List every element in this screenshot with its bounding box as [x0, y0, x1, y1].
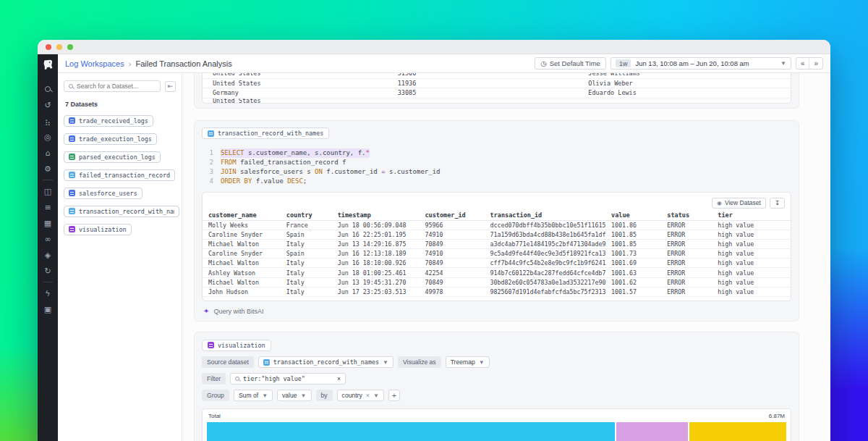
table-row[interactable]: United States51506Jesse Williams: [203, 73, 791, 79]
group-by-dropdown[interactable]: country × ▼: [337, 390, 384, 401]
table-row[interactable]: Michael WaltonItalyJun 13 14:29:16.87570…: [203, 240, 791, 249]
sql-text: ORDER BY f.value DESC;: [221, 177, 307, 186]
sql-line: 2FROM failed_transaction_record f: [202, 158, 791, 167]
security-icon[interactable]: ◈: [45, 251, 51, 259]
table-cell: Jun 13 14:29:16.875: [338, 240, 425, 248]
remove-group-by-icon[interactable]: ×: [366, 392, 370, 399]
dashboards-icon[interactable]: ▦: [44, 219, 51, 227]
metrics-icon[interactable]: ⣦: [45, 117, 51, 125]
synthetics-icon[interactable]: ↻: [44, 267, 51, 275]
column-header-status[interactable]: status: [667, 211, 718, 219]
table-row[interactable]: Ashley WatsonItalyJun 18 01:00:25.461422…: [203, 268, 791, 277]
filter-input[interactable]: [243, 375, 333, 382]
time-shift-forward-button[interactable]: »: [809, 58, 822, 69]
table-cell: 30bd82e60c054783a0e1ad3532217e90: [490, 279, 611, 286]
add-group-by-button[interactable]: +: [388, 390, 400, 401]
treemap-block-france[interactable]: France587.9k: [689, 422, 786, 441]
page-title: Failed Transaction Analysis: [135, 59, 231, 68]
measure-dropdown[interactable]: value ▼: [277, 390, 311, 401]
column-header-customer_name[interactable]: customer_name: [208, 211, 286, 219]
table-row[interactable]: United States: [203, 98, 791, 103]
dataset-chip-visualization[interactable]: visualization: [64, 224, 132, 235]
dataset-chip-parsed_execution_logs[interactable]: parsed_execution_logs: [64, 151, 161, 163]
dataset-name: visualization: [79, 226, 127, 233]
minimize-window-button[interactable]: [56, 44, 62, 50]
logs-icon[interactable]: ≡: [44, 203, 51, 211]
column-header-customer_id[interactable]: customer_id: [425, 211, 490, 219]
serverless-icon[interactable]: ϟ: [45, 290, 50, 298]
table-row[interactable]: Michael WaltonItalyJun 16 18:10:00.92670…: [203, 259, 791, 268]
nav-rail-divider: [43, 180, 53, 180]
table-row[interactable]: Caroline SnyderSpainJun 16 22:25:01.1957…: [203, 230, 791, 240]
table-row[interactable]: Molly WeeksFranceJun 18 00:56:09.0489596…: [203, 221, 791, 230]
dataset-chip-trade_received_logs[interactable]: trade_received_logs: [64, 115, 153, 127]
table-row[interactable]: Michael WaltonItalyJun 13 19:45:31.27070…: [203, 278, 791, 287]
time-shift-back-button[interactable]: «: [796, 58, 809, 69]
time-range-dropdown[interactable]: 1w Jun 13, 10:08 am – Jun 20, 10:08 am ▼: [610, 57, 791, 70]
settings-icon[interactable]: ▣: [44, 306, 51, 314]
collapse-panel-button[interactable]: ⇤: [165, 81, 176, 92]
breadcrumb-separator: ›: [129, 59, 132, 68]
monitors-icon[interactable]: ⚙: [44, 165, 51, 173]
dataset-search-input[interactable]: [77, 83, 156, 90]
maximize-window-button[interactable]: [67, 44, 73, 50]
set-default-time-button[interactable]: ◷ Set Default Time: [535, 57, 606, 70]
dataset-search-box[interactable]: [64, 80, 161, 92]
sql-token: s.customer_name, s.country, f.: [244, 149, 366, 156]
nav-rail-divider: [43, 282, 53, 282]
table-row[interactable]: John HudsonItalyJun 17 23:25:03.51349978…: [203, 287, 791, 297]
table-cell: ERROR: [667, 269, 718, 277]
sql-editor[interactable]: 1SELECT s.customer_name, s.country, f.*2…: [202, 146, 791, 189]
breadcrumb-workspaces-link[interactable]: Log Workspaces: [65, 59, 124, 68]
visualize-as-dropdown[interactable]: Treemap ▼: [446, 356, 490, 368]
filter-box[interactable]: ×: [230, 373, 346, 385]
clear-filter-icon[interactable]: ×: [337, 375, 341, 382]
dataset-chip-failed_transaction_record[interactable]: failed_transaction_record: [64, 169, 175, 181]
column-header-tier[interactable]: tier: [718, 211, 791, 219]
treemap-chart: Total 6.87M ItalySpainFrance587.9k: [202, 408, 791, 441]
query-cell-dataset-tag[interactable]: transaction_record_with_names: [202, 127, 329, 139]
table-cell: 1001.86: [611, 222, 667, 229]
sql-token: s.customer_id: [386, 168, 441, 175]
pipelines-icon[interactable]: ◫: [44, 188, 51, 196]
source-dataset-dropdown[interactable]: transaction_record_with_names ▼: [258, 356, 393, 368]
dataset-list-item: trade_received_logs: [64, 114, 176, 127]
table-cell: Olivia Weber: [588, 80, 791, 87]
table-row[interactable]: Germany33085Eduardo Lewis: [203, 88, 791, 98]
close-window-button[interactable]: [46, 44, 51, 50]
table-row[interactable]: United States11936Olivia Weber: [203, 79, 791, 89]
dataset-icon: [69, 208, 75, 214]
search-icon[interactable]: [45, 85, 51, 93]
bitsai-prompt[interactable]: ✦ Query with BitsAI: [202, 307, 791, 315]
dataset-chip-trade_execution_logs[interactable]: trade_execution_logs: [64, 133, 157, 145]
history-icon[interactable]: ↺: [44, 101, 51, 109]
window-titlebar[interactable]: [38, 40, 830, 54]
sql-text: JOIN salesforce_users s ON f.customer_id…: [221, 167, 440, 177]
column-header-value[interactable]: value: [611, 211, 667, 219]
dataset-chip-transaction_record_with_names[interactable]: transaction_record_with_names: [64, 206, 179, 217]
datadog-logo[interactable]: [42, 59, 54, 71]
sql-token: JOIN: [221, 168, 237, 175]
apm-icon[interactable]: ◎: [44, 133, 51, 141]
table-row[interactable]: Caroline SnyderSpainJun 16 12:13:18.1897…: [203, 249, 791, 259]
treemap-total-value: 6.87M: [769, 413, 785, 419]
visualization-cell-tag[interactable]: visualization: [202, 340, 271, 351]
column-header-country[interactable]: country: [286, 211, 338, 219]
table-cell: 9825607d191d4efabfcfda5bc75f2313: [490, 288, 611, 295]
infrastructure-icon[interactable]: ⌂: [46, 149, 51, 157]
dataset-icon: [69, 135, 75, 142]
column-header-transaction_id[interactable]: transaction_id: [490, 211, 611, 219]
dataset-name: parsed_execution_logs: [79, 154, 156, 161]
treemap-block-spain[interactable]: Spain: [616, 422, 688, 441]
dataset-icon: [263, 359, 270, 366]
dataset-chip-salesforce_users[interactable]: salesforce_users: [64, 188, 142, 199]
integrations-icon[interactable]: ∞: [44, 235, 51, 243]
collapse-panel-icon: ⇤: [168, 83, 174, 90]
column-header-timestamp[interactable]: timestamp: [338, 211, 425, 219]
aggregation-dropdown[interactable]: Sum of ▼: [234, 390, 273, 401]
search-lens: [45, 86, 51, 92]
treemap-block-italy[interactable]: Italy: [207, 422, 615, 441]
line-number: 1: [202, 148, 221, 158]
view-dataset-button[interactable]: ◉ View Dataset: [712, 198, 766, 209]
download-button[interactable]: ↧: [770, 198, 785, 209]
